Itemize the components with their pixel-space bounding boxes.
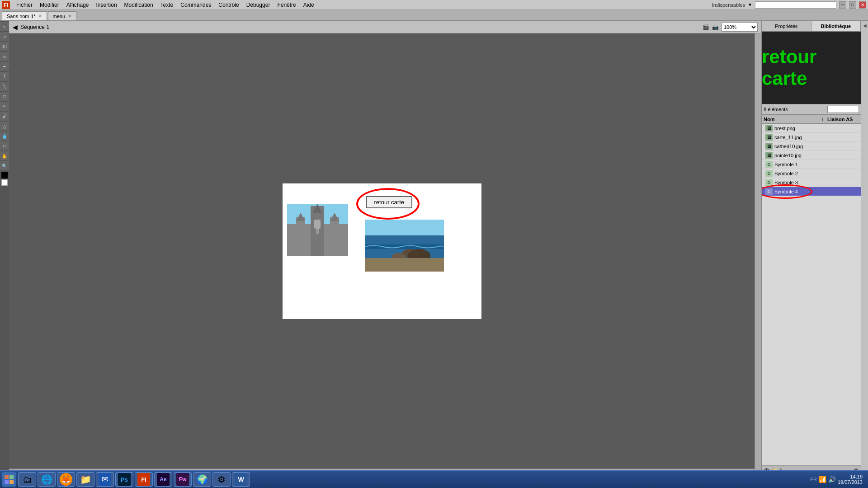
maximize-button[interactable]: □ (849, 1, 856, 9)
taskbar-outlook[interactable]: ✉ (96, 472, 114, 487)
svg-rect-17 (5, 475, 9, 479)
tool-subselect[interactable]: ↗ (0, 32, 9, 41)
start-button[interactable] (2, 472, 16, 487)
system-tray: FR 📶 🔊 14:19 19/07/2013 (807, 474, 866, 485)
lib-item-cathed10[interactable]: 🖼 cathed10.jpg (762, 142, 861, 151)
lib-item-pointe10[interactable]: 🖼 pointe10.jpg (762, 151, 861, 160)
dropdown-icon[interactable]: ▼ (748, 2, 752, 7)
menu-insertion[interactable]: Insertion (93, 1, 121, 9)
app-icon: Fl (2, 1, 10, 9)
library-list: 🖼 brest.png 🖼 carte_11.jpg 🖼 cathed10.jp… (762, 124, 861, 465)
taskbar-firefox[interactable]: 🦊 (57, 472, 75, 487)
taskbar-ie[interactable]: 🌐 (38, 472, 56, 487)
svg-rect-18 (9, 475, 14, 479)
lib-item-symbole1[interactable]: ⊙ Symbole 1 (762, 160, 861, 169)
taskbar-word[interactable]: W (232, 472, 250, 487)
stage-area: ◀ Séquence 1 🎬 📷 100% 50% 200% retour ca… (9, 21, 761, 475)
menu-modification[interactable]: Modification (121, 1, 157, 9)
tool-stroke[interactable] (1, 172, 8, 178)
lib-item-symbole4[interactable]: ⊙ Symbole 4 (762, 187, 861, 196)
zoom-select[interactable]: 100% 50% 200% (722, 23, 758, 32)
misc1-icon: ⚙ (215, 473, 228, 486)
tool-brush[interactable]: 🖌 (0, 112, 9, 121)
taskbar-flash[interactable]: Fl (135, 472, 153, 487)
rpanel-toggle[interactable]: ◀ (863, 21, 867, 30)
menu-commandes[interactable]: Commandes (177, 1, 215, 9)
system-time: 14:19 19/07/2013 (838, 474, 863, 485)
menu-modifier[interactable]: Modifier (36, 1, 63, 9)
tool-line[interactable]: ╲ (0, 82, 9, 91)
sea-image (365, 220, 444, 272)
button-container: retour carte (366, 196, 412, 208)
tool-eyedrop[interactable]: 💧 (0, 131, 9, 141)
tool-zoom[interactable]: 🔍 (0, 161, 9, 170)
outlook-icon: ✉ (99, 473, 111, 486)
taskbar-chrome[interactable]: 🌍 (193, 472, 211, 487)
taskbar-fireworks[interactable]: Fw (174, 472, 192, 487)
tab-bibliotheque[interactable]: Bibliothèque (811, 21, 861, 31)
tool-arrow[interactable]: ↖ (0, 22, 9, 31)
menu-affichage[interactable]: Affichage (63, 1, 93, 9)
fireworks-icon: Fw (176, 473, 189, 486)
lib-sym-icon: ⊙ (765, 170, 773, 177)
menu-controle[interactable]: Contrôle (215, 1, 242, 9)
main-layout: ↖ ↗ 3D ∿ ✒ T ╲ □ ✏ 🖌 △ 💧 ◻ ✋ 🔍 ◀ Séquenc… (0, 21, 868, 475)
svg-rect-20 (9, 480, 14, 484)
left-toolbar: ↖ ↗ 3D ∿ ✒ T ╲ □ ✏ 🖌 △ 💧 ◻ ✋ 🔍 (0, 21, 9, 475)
stage-vscroll[interactable] (755, 33, 761, 475)
tray-network: 📶 (819, 476, 826, 483)
minimize-button[interactable]: ─ (839, 1, 846, 9)
stage-back-icon[interactable]: ◀ (13, 23, 18, 31)
flash-icon: Fl (137, 473, 150, 486)
tool-pen[interactable]: ✒ (0, 62, 9, 71)
right-side-tools: ◀ (861, 21, 868, 475)
tool-hand[interactable]: ✋ (0, 151, 9, 160)
tool-lasso[interactable]: ∿ (0, 52, 9, 61)
taskbar-misc1[interactable]: ⚙ (212, 472, 231, 487)
tray-volume: 🔊 (828, 476, 836, 483)
svg-rect-16 (365, 258, 444, 272)
menu-fenetre[interactable]: Fenêtre (274, 1, 299, 9)
tool-pencil[interactable]: ✏ (0, 102, 9, 111)
preview-text: retour carte (762, 46, 861, 89)
taskbar-folder[interactable]: 📁 (76, 472, 94, 487)
search-input[interactable] (755, 1, 836, 9)
taskbar-file-explorer[interactable]: 🗂 (18, 472, 36, 487)
tab-sans-nom[interactable]: Sans nom-1* ✕ (2, 11, 47, 20)
menu-aide[interactable]: Aide (300, 1, 318, 9)
tab-menu[interactable]: menu ✕ (48, 11, 77, 20)
tool-eraser[interactable]: ◻ (0, 141, 9, 150)
stage-canvas: retour carte (283, 183, 481, 319)
library-search-input[interactable] (827, 106, 859, 113)
cathedral-svg (287, 204, 348, 256)
library-list-header: Nom ↑ Liaison AS (762, 115, 861, 124)
menu-debugger[interactable]: Débugger (243, 1, 274, 9)
lib-item-brest[interactable]: 🖼 brest.png (762, 124, 861, 133)
retour-carte-button[interactable]: retour carte (366, 196, 412, 208)
tool-fill[interactable] (1, 179, 8, 186)
lib-item-carte11[interactable]: 🖼 carte_11.jpg (762, 133, 861, 142)
tool-3d[interactable]: 3D (0, 42, 9, 51)
stage-topbar: ◀ Séquence 1 🎬 📷 100% 50% 200% (9, 21, 761, 33)
menu-fichier[interactable]: Fichier (13, 1, 36, 9)
taskbar-aftereffects[interactable]: Ae (154, 472, 172, 487)
tool-text[interactable]: T (0, 72, 9, 81)
library-preview: retour carte (762, 32, 861, 104)
menu-texte[interactable]: Texte (157, 1, 177, 9)
col-nom: Nom (764, 117, 821, 122)
tab-proprietes[interactable]: Propriétés (762, 21, 811, 31)
lib-item-symbole3[interactable]: ⊙ Symbole 3 (762, 178, 861, 187)
tool-rect[interactable]: □ (0, 92, 9, 101)
lib-item-symbole2[interactable]: ⊙ Symbole 2 (762, 169, 861, 178)
tab-close-menu[interactable]: ✕ (68, 14, 71, 19)
taskbar-photoshop[interactable]: Ps (115, 472, 133, 487)
right-panel-tabs: Propriétés Bibliothèque (762, 21, 861, 32)
word-icon: W (235, 473, 247, 486)
tool-inkbucket[interactable]: △ (0, 122, 9, 131)
close-button[interactable]: ✕ (859, 1, 866, 9)
tab-close-sans-nom[interactable]: ✕ (38, 14, 42, 19)
menu-bar: Fl Fichier Modifier Affichage Insertion … (0, 0, 868, 10)
taskbar: 🗂 🌐 🦊 📁 ✉ Ps Fl Ae Fw 🌍 ⚙ W FR 📶 🔊 14:19… (0, 470, 868, 488)
tray-keyboard: FR (810, 477, 817, 482)
canvas-container: retour carte (9, 33, 755, 469)
